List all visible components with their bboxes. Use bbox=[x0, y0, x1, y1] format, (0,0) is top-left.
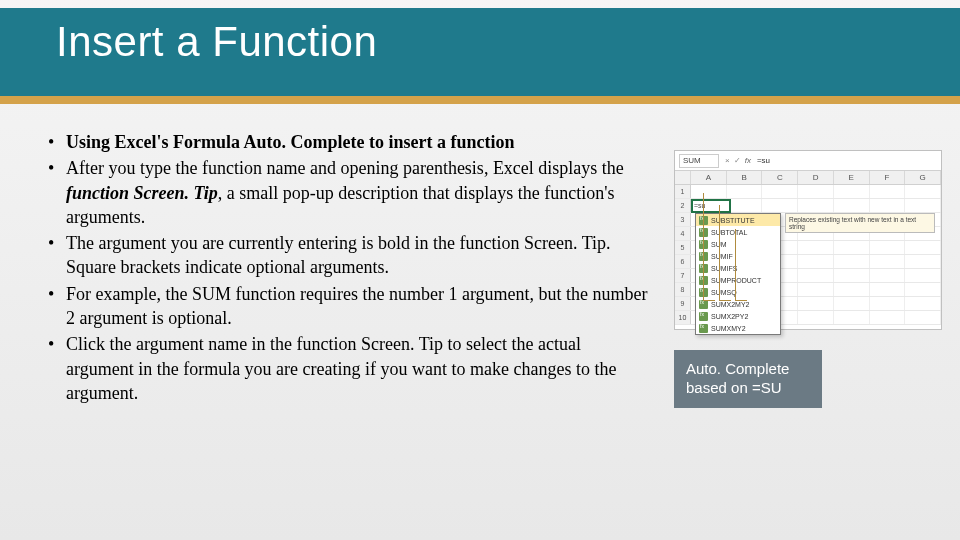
slide: Insert a Function Using Excel's Formula … bbox=[0, 0, 960, 540]
col-header: B bbox=[727, 171, 763, 184]
bullet-item: After you type the function name and ope… bbox=[48, 156, 653, 229]
bullet-emph: function Screen. Tip bbox=[66, 183, 218, 203]
enter-icon: ✓ bbox=[734, 156, 741, 165]
row-header: 8 bbox=[675, 283, 691, 296]
fx-icon: fx bbox=[745, 156, 751, 165]
bullet-list: Using Excel's Formula Auto. Complete to … bbox=[48, 130, 653, 405]
row-header: 2 bbox=[675, 199, 691, 212]
dropdown-item: SUMX2PY2 bbox=[696, 310, 780, 322]
row-header: 9 bbox=[675, 297, 691, 310]
row-header: 7 bbox=[675, 269, 691, 282]
bullet-item: Click the argument name in the function … bbox=[48, 332, 653, 405]
col-header: A bbox=[691, 171, 727, 184]
row-header: 10 bbox=[675, 311, 691, 324]
column-headers: A B C D E F G bbox=[675, 171, 941, 185]
accent-bar bbox=[0, 96, 960, 104]
name-box: SUM bbox=[679, 154, 719, 168]
bullet-item: For example, the SUM function requires t… bbox=[48, 282, 653, 331]
content-area: Using Excel's Formula Auto. Complete to … bbox=[48, 130, 653, 407]
function-icon bbox=[699, 312, 708, 321]
row-header: 6 bbox=[675, 255, 691, 268]
bullet-text: Click the argument name in the function … bbox=[66, 334, 617, 403]
function-icon bbox=[699, 324, 708, 333]
row-header: 3 bbox=[675, 213, 691, 226]
bullet-text-pre: After you type the function name and ope… bbox=[66, 158, 624, 178]
col-header: D bbox=[798, 171, 834, 184]
bullet-lead: Using Excel's Formula Auto. Complete to … bbox=[66, 132, 514, 152]
col-header bbox=[675, 171, 691, 184]
dropdown-item: SUMXMY2 bbox=[696, 322, 780, 334]
col-header: C bbox=[762, 171, 798, 184]
formula-bar: SUM × ✓ fx =su bbox=[675, 151, 941, 171]
bullet-text: For example, the SUM function requires t… bbox=[66, 284, 648, 328]
bullet-item: Using Excel's Formula Auto. Complete to … bbox=[48, 130, 653, 154]
bullet-text: The argument you are currently entering … bbox=[66, 233, 611, 277]
figure-caption: Auto. Complete based on =SU bbox=[674, 350, 822, 408]
function-tooltip: Replaces existing text with new text in … bbox=[785, 213, 935, 233]
row-header: 4 bbox=[675, 227, 691, 240]
cancel-icon: × bbox=[725, 156, 730, 165]
figure: SUM × ✓ fx =su A B C D E F G 1 2 bbox=[674, 150, 942, 408]
excel-screenshot: SUM × ✓ fx =su A B C D E F G 1 2 bbox=[674, 150, 942, 330]
col-header: E bbox=[834, 171, 870, 184]
col-header: G bbox=[905, 171, 941, 184]
row-header: 5 bbox=[675, 241, 691, 254]
formula-bar-icons: × ✓ fx bbox=[725, 156, 751, 165]
slide-title: Insert a Function bbox=[56, 18, 377, 66]
row-header: 1 bbox=[675, 185, 691, 198]
col-header: F bbox=[870, 171, 906, 184]
bullet-item: The argument you are currently entering … bbox=[48, 231, 653, 280]
formula-input: =su bbox=[757, 156, 937, 165]
